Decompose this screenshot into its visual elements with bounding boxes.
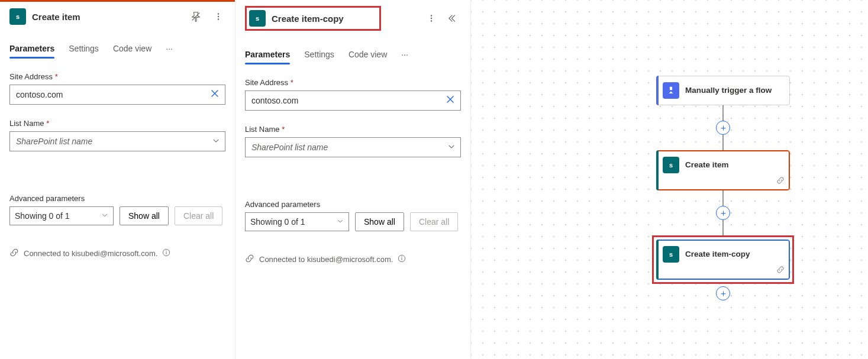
connection-info: Connected to kisubedi@microsoft.com. (245, 254, 461, 265)
advanced-parameters-row: Showing 0 of 1 Show all Clear all (245, 212, 461, 231)
advanced-parameters-row: Showing 0 of 1 Show all Clear all (9, 206, 225, 225)
highlight-box: s Create item-copy (652, 235, 794, 284)
tab-parameters[interactable]: Parameters (245, 47, 290, 64)
tab-codeview[interactable]: Code view (113, 41, 151, 58)
clear-all-button: Clear all (175, 206, 222, 225)
more-icon[interactable] (424, 11, 438, 25)
link-icon (245, 254, 254, 265)
clear-all-button: Clear all (410, 212, 458, 231)
link-icon (776, 266, 785, 276)
action-card-create-item[interactable]: s Create item (656, 150, 790, 190)
svg-rect-17 (670, 87, 672, 90)
svg-point-2 (218, 16, 219, 17)
accent-bar (0, 0, 235, 2)
svg-point-3 (218, 18, 219, 20)
panel-header: s Create item (9, 0, 225, 33)
site-address-label-text: Site Address (9, 72, 53, 81)
tab-settings[interactable]: Settings (69, 41, 99, 58)
show-all-button[interactable]: Show all (355, 212, 404, 231)
list-name-field[interactable] (245, 137, 461, 157)
advanced-select[interactable]: Showing 0 of 1 (9, 206, 114, 225)
list-name-label-text: List Name (9, 119, 44, 128)
tab-settings[interactable]: Settings (304, 47, 334, 64)
panel-title: Create item (32, 12, 183, 22)
clear-icon[interactable] (445, 94, 456, 108)
svg-point-10 (431, 18, 432, 19)
tab-parameters[interactable]: Parameters (9, 41, 54, 58)
trigger-icon (663, 82, 679, 99)
svg-point-11 (431, 20, 432, 21)
clear-icon[interactable] (209, 88, 220, 102)
svg-point-1 (218, 13, 219, 14)
advanced-parameters-label: Advanced parameters (9, 194, 225, 203)
svg-point-8 (166, 251, 167, 251)
site-address-input[interactable] (15, 89, 205, 100)
panel-create-item: s Create item Parameters Settings Code v… (0, 0, 235, 359)
header-actions (189, 9, 225, 24)
sharepoint-icon: s (249, 10, 266, 27)
panel-title: Create item-copy (272, 14, 344, 24)
list-name-field[interactable] (9, 131, 225, 151)
connector-line (722, 135, 724, 150)
tabs: Parameters Settings Code view ··· (245, 47, 461, 64)
add-step-button[interactable]: ＋ (716, 206, 730, 220)
info-icon[interactable] (162, 248, 170, 258)
list-name-label: List Name * (245, 125, 461, 134)
chevron-down-icon (101, 211, 108, 221)
panel-create-item-copy: s Create item-copy Parameters Settings C… (235, 0, 471, 359)
info-icon[interactable] (398, 254, 406, 264)
card-accent (656, 150, 659, 190)
tab-overflow[interactable]: ··· (166, 41, 173, 58)
sharepoint-icon: s (663, 246, 679, 263)
tab-codeview[interactable]: Code view (349, 47, 387, 64)
chevron-down-icon[interactable] (212, 137, 220, 147)
advanced-select-text: Showing 0 of 1 (250, 217, 305, 227)
more-icon[interactable] (211, 9, 225, 24)
connector-line (722, 190, 724, 206)
connection-text: Connected to kisubedi@microsoft.com. (24, 249, 157, 258)
connector-line (722, 105, 724, 121)
list-name-label-text: List Name (245, 125, 280, 134)
site-address-field[interactable] (245, 90, 461, 111)
link-icon (776, 176, 785, 186)
advanced-select[interactable]: Showing 0 of 1 (245, 212, 349, 231)
tab-overflow[interactable]: ··· (401, 47, 408, 64)
link-icon (9, 248, 19, 259)
connector-line (722, 220, 724, 235)
card-accent (656, 76, 659, 105)
site-address-label: Site Address * (9, 72, 225, 81)
card-title: Create item-copy (685, 249, 750, 260)
svg-point-16 (402, 257, 402, 257)
header-actions (424, 11, 461, 25)
connection-info: Connected to kisubedi@microsoft.com. (9, 248, 225, 259)
site-address-input[interactable] (250, 95, 440, 106)
action-card-create-item-copy[interactable]: s Create item-copy (656, 240, 790, 280)
list-name-label: List Name * (9, 119, 225, 128)
card-title: Manually trigger a flow (685, 85, 772, 96)
add-step-button[interactable]: ＋ (716, 286, 730, 300)
flow-canvas[interactable]: Manually trigger a flow ＋ s Create item … (471, 0, 868, 359)
card-title: Create item (685, 160, 729, 170)
trigger-card[interactable]: Manually trigger a flow (656, 76, 790, 105)
list-name-input[interactable] (15, 136, 207, 147)
chevron-down-icon (337, 217, 344, 227)
sharepoint-icon: s (663, 157, 679, 173)
list-name-input[interactable] (250, 142, 443, 153)
add-step-button[interactable]: ＋ (716, 121, 730, 135)
flow-layout: Manually trigger a flow ＋ s Create item … (652, 76, 794, 300)
site-address-field[interactable] (9, 85, 225, 105)
site-address-label: Site Address * (245, 78, 461, 87)
tabs: Parameters Settings Code view ··· (9, 41, 225, 58)
collapse-icon[interactable] (447, 11, 461, 25)
card-accent (656, 240, 659, 280)
show-all-button[interactable]: Show all (120, 206, 169, 225)
unpin-icon[interactable] (189, 9, 203, 24)
advanced-parameters-label: Advanced parameters (245, 200, 461, 209)
sharepoint-icon: s (9, 8, 26, 25)
panel-header: s Create item-copy (245, 0, 461, 39)
advanced-select-text: Showing 0 of 1 (15, 211, 70, 221)
connection-text: Connected to kisubedi@microsoft.com. (259, 255, 393, 264)
site-address-label-text: Site Address (245, 78, 288, 87)
chevron-down-icon[interactable] (447, 143, 456, 153)
svg-point-9 (431, 15, 432, 16)
